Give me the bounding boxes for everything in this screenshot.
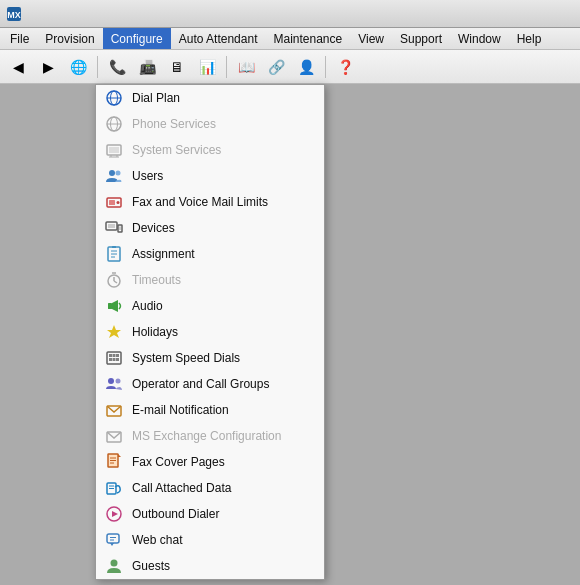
- system-services-icon: [104, 140, 124, 160]
- svg-point-13: [109, 170, 115, 176]
- svg-line-29: [114, 281, 117, 283]
- system-speed-dials-icon: [104, 348, 124, 368]
- configure-menu-label-users: Users: [132, 169, 316, 183]
- title-bar: MX: [0, 0, 580, 28]
- outbound-dialer-icon: [104, 504, 124, 524]
- configure-menu-item-ms-exchange: MS Exchange Configuration: [96, 423, 324, 449]
- configure-menu-item-operator-call-groups[interactable]: Operator and Call Groups: [96, 371, 324, 397]
- configure-menu-item-call-attached-data[interactable]: Call Attached Data: [96, 475, 324, 501]
- menu-item-window[interactable]: Window: [450, 28, 509, 49]
- svg-rect-35: [109, 354, 112, 357]
- configure-menu-item-devices[interactable]: Devices: [96, 215, 324, 241]
- configure-menu-item-timeouts: Timeouts: [96, 267, 324, 293]
- svg-rect-26: [112, 246, 116, 248]
- monitor-toolbar-button[interactable]: 🖥: [163, 53, 191, 81]
- configure-menu-item-dial-plan[interactable]: Dial Plan: [96, 85, 324, 111]
- svg-rect-19: [108, 224, 115, 228]
- svg-marker-46: [118, 454, 121, 457]
- back-toolbar-button[interactable]: ◀: [4, 53, 32, 81]
- configure-dropdown: Dial PlanPhone ServicesSystem ServicesUs…: [95, 84, 325, 580]
- toolbar: ◀▶🌐📞📠🖥📊📖🔗👤❓: [0, 50, 580, 84]
- svg-rect-55: [107, 534, 119, 543]
- svg-text:MX: MX: [7, 10, 21, 20]
- book-toolbar-button[interactable]: 📖: [232, 53, 260, 81]
- configure-menu-item-holidays[interactable]: Holidays: [96, 319, 324, 345]
- menu-item-maintenance[interactable]: Maintenance: [265, 28, 350, 49]
- sep1: [97, 56, 98, 78]
- globe-toolbar-button[interactable]: 🌐: [64, 53, 92, 81]
- configure-menu-item-email-notification[interactable]: E-mail Notification: [96, 397, 324, 423]
- configure-menu-label-fax-cover-pages: Fax Cover Pages: [132, 455, 316, 469]
- configure-menu-label-ms-exchange: MS Exchange Configuration: [132, 429, 316, 443]
- configure-menu-item-web-chat[interactable]: Web chat: [96, 527, 324, 553]
- svg-rect-40: [116, 358, 119, 361]
- main-content: Dial PlanPhone ServicesSystem ServicesUs…: [0, 84, 580, 585]
- configure-menu-item-fax-cover-pages[interactable]: Fax Cover Pages: [96, 449, 324, 475]
- sep2: [226, 56, 227, 78]
- configure-menu-label-holidays: Holidays: [132, 325, 316, 339]
- user-toolbar-button[interactable]: 👤: [292, 53, 320, 81]
- users-icon: [104, 166, 124, 186]
- svg-rect-36: [113, 354, 116, 357]
- fax-voicemail-icon: [104, 192, 124, 212]
- phone-toolbar-button[interactable]: 📞: [103, 53, 131, 81]
- audio-icon: [104, 296, 124, 316]
- web-chat-icon: [104, 530, 124, 550]
- devices-icon: [104, 218, 124, 238]
- app-icon: MX: [6, 6, 22, 22]
- configure-menu-label-email-notification: E-mail Notification: [132, 403, 316, 417]
- configure-menu-item-audio[interactable]: Audio: [96, 293, 324, 319]
- chart-toolbar-button[interactable]: 📊: [193, 53, 221, 81]
- svg-rect-38: [109, 358, 112, 361]
- configure-menu-item-system-speed-dials[interactable]: System Speed Dials: [96, 345, 324, 371]
- configure-menu-label-operator-call-groups: Operator and Call Groups: [132, 377, 316, 391]
- sep3: [325, 56, 326, 78]
- configure-menu-item-users[interactable]: Users: [96, 163, 324, 189]
- menu-item-support[interactable]: Support: [392, 28, 450, 49]
- svg-marker-32: [112, 300, 118, 312]
- forward-toolbar-button[interactable]: ▶: [34, 53, 62, 81]
- menu-item-provision[interactable]: Provision: [37, 28, 102, 49]
- svg-point-41: [108, 378, 114, 384]
- svg-point-42: [116, 379, 121, 384]
- menu-item-view[interactable]: View: [350, 28, 392, 49]
- svg-marker-33: [107, 325, 121, 338]
- configure-menu-label-system-services: System Services: [132, 143, 316, 157]
- configure-menu-label-call-attached-data: Call Attached Data: [132, 481, 316, 495]
- call-attached-data-icon: [104, 478, 124, 498]
- configure-menu-item-guests[interactable]: Guests: [96, 553, 324, 579]
- timeouts-icon: [104, 270, 124, 290]
- link-toolbar-button[interactable]: 🔗: [262, 53, 290, 81]
- configure-menu-label-phone-services: Phone Services: [132, 117, 316, 131]
- svg-rect-21: [119, 227, 121, 231]
- configure-menu-label-web-chat: Web chat: [132, 533, 316, 547]
- configure-menu-item-fax-voicemail[interactable]: Fax and Voice Mail Limits: [96, 189, 324, 215]
- svg-rect-37: [116, 354, 119, 357]
- ms-exchange-icon: [104, 426, 124, 446]
- configure-menu-item-outbound-dialer[interactable]: Outbound Dialer: [96, 501, 324, 527]
- configure-menu-item-phone-services: Phone Services: [96, 111, 324, 137]
- phone-services-icon: [104, 114, 124, 134]
- assignment-icon: [104, 244, 124, 264]
- question-toolbar-button[interactable]: ❓: [331, 53, 359, 81]
- configure-menu-item-assignment[interactable]: Assignment: [96, 241, 324, 267]
- svg-point-59: [111, 560, 118, 567]
- configure-menu-label-timeouts: Timeouts: [132, 273, 316, 287]
- dial-plan-icon: [104, 88, 124, 108]
- configure-menu-label-dial-plan: Dial Plan: [132, 91, 316, 105]
- configure-menu-label-outbound-dialer: Outbound Dialer: [132, 507, 316, 521]
- configure-menu-label-system-speed-dials: System Speed Dials: [132, 351, 316, 365]
- svg-marker-54: [112, 511, 118, 517]
- svg-rect-16: [109, 200, 115, 205]
- menu-item-file[interactable]: File: [2, 28, 37, 49]
- menu-item-help[interactable]: Help: [509, 28, 550, 49]
- menu-bar: FileProvisionConfigureAuto AttendantMain…: [0, 28, 580, 50]
- configure-menu-label-audio: Audio: [132, 299, 316, 313]
- menu-item-configure[interactable]: Configure: [103, 28, 171, 49]
- holidays-icon: [104, 322, 124, 342]
- menu-item-auto-attendant[interactable]: Auto Attendant: [171, 28, 266, 49]
- svg-rect-39: [113, 358, 116, 361]
- fax-toolbar-button[interactable]: 📠: [133, 53, 161, 81]
- svg-point-17: [117, 201, 120, 204]
- configure-menu-label-guests: Guests: [132, 559, 316, 573]
